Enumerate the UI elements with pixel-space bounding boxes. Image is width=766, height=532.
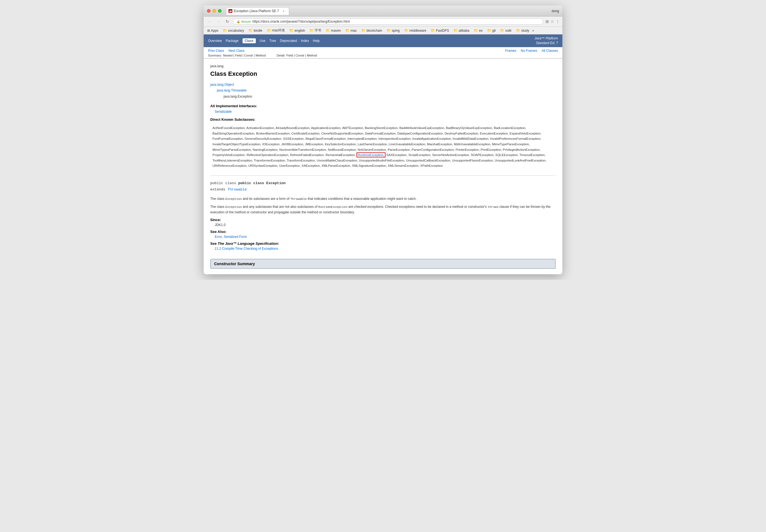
hierarchy-item-2: java.lang.Exception xyxy=(224,94,556,100)
since-label: Since: xyxy=(210,218,556,222)
extends-link[interactable]: Throwable xyxy=(228,187,247,192)
direct-known-subclasses-label: Direct Known Subclasses: xyxy=(210,117,556,122)
nav-index[interactable]: Index xyxy=(301,39,309,43)
summary-label: Summary: xyxy=(208,54,222,57)
bookmark-label: alibaba xyxy=(459,29,469,33)
bookmark-apps[interactable]: ⊞ Apps xyxy=(206,28,220,33)
javadoc-nav-links: Overview Package Class Use Tree Deprecat… xyxy=(208,38,320,43)
no-frames-link[interactable]: No Frames xyxy=(521,49,537,53)
bookmark-vultr[interactable]: 📁 vultr xyxy=(499,28,513,33)
bookmark-icon[interactable]: ☆ xyxy=(550,19,554,24)
tab-bar: ☕ Exception (Java Platform SE 7 × xyxy=(226,7,551,15)
runtime-exception-link[interactable]: RuntimeException, xyxy=(357,152,385,157)
bookmark-english[interactable]: 📁 english xyxy=(288,28,306,33)
bookmark-zishu[interactable]: 📁 字书 xyxy=(308,28,323,33)
constructor-summary-header: Constructor Summary xyxy=(211,259,555,268)
bookmark-middleware[interactable]: 📁 middleware xyxy=(403,28,428,33)
more-icon[interactable]: ⋮ xyxy=(556,19,559,24)
close-button[interactable] xyxy=(207,9,211,13)
spec-link[interactable]: 11.2 Compile-Time Checking of Exceptions xyxy=(215,247,278,251)
translate-icon[interactable]: ⊞ xyxy=(545,19,549,24)
sub-nav: Prev Class Next Class Frames No Frames A… xyxy=(204,47,562,59)
folder-icon: 📁 xyxy=(289,28,294,33)
folder-icon: 📁 xyxy=(248,28,253,33)
all-implemented-interfaces-label: All Implemented Interfaces: xyxy=(210,104,556,108)
folder-icon: 📁 xyxy=(223,28,227,33)
bookmarks-more[interactable]: » xyxy=(532,29,534,33)
sub-nav-bottom: Summary: Nested | Field | Constr | Metho… xyxy=(208,54,558,58)
reload-button[interactable]: ↻ xyxy=(224,18,231,25)
url-bar[interactable]: 🔒 Secure https://docs.oracle.com/javase/… xyxy=(233,18,543,25)
bookmark-maven[interactable]: 📁 maven xyxy=(324,28,342,33)
bookmark-vocabulary[interactable]: 📁 vocabulary xyxy=(221,28,245,33)
bookmark-label: mac xyxy=(350,29,357,33)
since-section: Since: JDK1.0 xyxy=(210,218,556,227)
bookmark-label: maven xyxy=(331,29,341,33)
folder-icon: 📁 xyxy=(326,28,330,33)
forward-button[interactable]: → xyxy=(215,18,222,25)
bookmark-label: vultr xyxy=(505,29,511,33)
see-spec-value: 11.2 Compile-Time Checking of Exceptions xyxy=(215,247,556,251)
bookmark-git[interactable]: 📁 git xyxy=(486,28,497,33)
maximize-button[interactable] xyxy=(218,9,222,13)
nav-package[interactable]: Package xyxy=(226,39,239,43)
minimize-button[interactable] xyxy=(213,9,216,13)
bookmark-blockchain[interactable]: 📁 blockchain xyxy=(360,28,384,33)
next-class-link[interactable]: Next Class xyxy=(229,49,245,53)
bookmark-alibaba[interactable]: 📁 alibaba xyxy=(452,28,471,33)
bookmark-study[interactable]: 📁 study xyxy=(515,28,530,33)
package-name: java.lang xyxy=(210,64,556,68)
nav-deprecated[interactable]: Deprecated xyxy=(280,39,297,43)
bookmark-label: study xyxy=(521,29,529,33)
folder-icon: 📁 xyxy=(387,28,391,33)
declaration-class-name: public class Exception xyxy=(238,181,286,185)
all-classes-link[interactable]: All Classes xyxy=(542,49,558,53)
bookmark-sping[interactable]: 📁 sping xyxy=(385,28,401,33)
nav-class[interactable]: Class xyxy=(243,38,256,43)
bookmark-es[interactable]: 📁 es xyxy=(472,28,484,33)
bookmark-fastdfs[interactable]: 📁 FastDFS xyxy=(429,28,450,33)
description-para-2: The class Exception and any subclasses t… xyxy=(210,204,556,215)
java-brand: Java™ Platform Standard Ed. 7 xyxy=(534,36,558,45)
folder-icon: 📁 xyxy=(431,28,435,33)
serialized-form-link[interactable]: Serialized Form xyxy=(224,235,247,239)
main-content: java.lang Class Exception java.lang.Obje… xyxy=(204,59,562,274)
folder-icon: 📁 xyxy=(453,28,458,33)
error-link[interactable]: Error xyxy=(215,235,222,239)
hierarchy-item-0[interactable]: java.lang.Object xyxy=(210,82,556,88)
bookmark-mac-env[interactable]: 📁 mac环境 xyxy=(266,28,287,33)
interface-link[interactable]: Serializable xyxy=(215,110,556,114)
folder-icon: 📁 xyxy=(267,28,271,33)
address-bar: ← → ↻ 🔒 Secure https://docs.oracle.com/j… xyxy=(204,17,562,27)
summary-items: Nested | Field | Constr | Method xyxy=(223,54,266,57)
bookmark-label: mac环境 xyxy=(272,28,285,33)
bookmarks-bar: ⊞ Apps 📁 vocabulary 📁 kindle 📁 mac环境 📁 e… xyxy=(204,27,562,34)
active-tab[interactable]: ☕ Exception (Java Platform SE 7 × xyxy=(226,7,289,15)
folder-icon: 📁 xyxy=(361,28,366,33)
nav-tree[interactable]: Tree xyxy=(269,39,276,43)
bookmark-label: git xyxy=(492,29,496,33)
lock-icon: 🔒 xyxy=(237,20,240,23)
frames-link[interactable]: Frames xyxy=(505,49,516,53)
back-button[interactable]: ← xyxy=(207,18,213,25)
prev-class-link[interactable]: Prev Class xyxy=(208,49,224,53)
divider xyxy=(210,175,556,176)
since-value: JDK1.0 xyxy=(215,223,556,227)
secure-badge: 🔒 Secure xyxy=(237,20,251,23)
folder-icon: 📁 xyxy=(345,28,350,33)
folder-icon: 📁 xyxy=(404,28,409,33)
secure-label: Secure xyxy=(241,20,251,23)
nav-overview[interactable]: Overview xyxy=(208,39,222,43)
detail-label: Detail: xyxy=(277,54,285,57)
subclasses-block: AclNotFoundException, ActivationExceptio… xyxy=(210,123,556,171)
tab-close-button[interactable]: × xyxy=(282,9,286,13)
url-text: https://docs.oracle.com/javase/7/docs/ap… xyxy=(253,20,350,23)
bookmark-mac[interactable]: 📁 mac xyxy=(344,28,358,33)
nav-help[interactable]: Help xyxy=(313,39,320,43)
nav-use[interactable]: Use xyxy=(260,39,266,43)
bookmark-kindle[interactable]: 📁 kindle xyxy=(247,28,264,33)
traffic-lights xyxy=(207,9,222,13)
browser-window: ☕ Exception (Java Platform SE 7 × dong ←… xyxy=(204,6,562,274)
hierarchy-item-1[interactable]: java.lang.Throwable xyxy=(217,88,556,94)
bookmark-label: middleware xyxy=(409,29,426,33)
